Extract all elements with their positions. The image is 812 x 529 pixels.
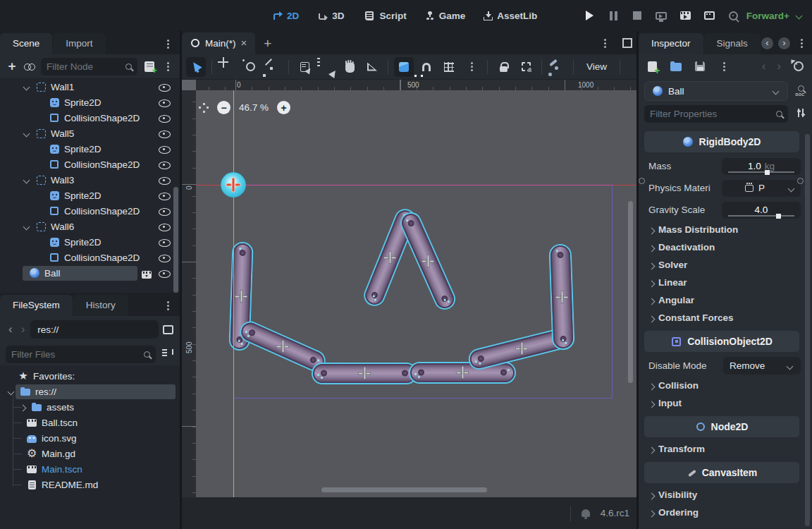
save-resource-button[interactable] — [694, 60, 706, 73]
mass-slider[interactable] — [728, 171, 794, 173]
filter-files-field[interactable] — [6, 346, 156, 363]
canvas-hscrollbar[interactable] — [321, 487, 487, 492]
chevron-down-icon[interactable] — [21, 175, 31, 185]
move-tool-button[interactable] — [218, 57, 238, 77]
visibility-eye-icon[interactable] — [158, 205, 171, 218]
property-group[interactable]: Constant Forces — [639, 309, 804, 327]
tab-game[interactable]: Game — [419, 11, 472, 21]
zoom-level[interactable]: 46.7 % — [239, 102, 269, 113]
property-group[interactable]: Linear — [639, 274, 804, 291]
property-group[interactable]: Angular — [639, 291, 804, 309]
disable-mode-dropdown[interactable]: Remove — [723, 357, 801, 375]
instance-scene-button[interactable] — [24, 61, 35, 72]
category-node2d[interactable]: Node2D — [644, 416, 799, 437]
path-field[interactable]: res:// — [30, 320, 159, 339]
remote-debug-button[interactable] — [653, 8, 669, 23]
ball-node[interactable] — [221, 172, 246, 197]
property-group[interactable]: Texture — [639, 521, 804, 526]
grid-snap-button[interactable] — [439, 57, 459, 77]
scene-tree-row[interactable]: CollisionShape2D — [0, 110, 180, 126]
scene-tree-row[interactable]: Wall6 — [0, 219, 180, 234]
tab-import[interactable]: Import — [53, 33, 105, 54]
pivot-tool-button[interactable] — [317, 57, 337, 77]
scene-tree-row[interactable]: Sprite2D — [0, 95, 180, 110]
back-button[interactable]: ‹ — [6, 322, 16, 336]
property-group[interactable]: Solver — [639, 256, 804, 274]
file-tree-row[interactable]: icon.svg — [0, 430, 180, 446]
physics-material-picker[interactable]: P — [722, 180, 801, 197]
2d-viewport[interactable]: 0 500 1000 0 500 − 46.7 % + — [182, 80, 636, 497]
property-group[interactable]: Mass Distribution — [639, 221, 804, 238]
tab-filesystem[interactable]: FileSystem — [0, 295, 73, 316]
chevron-icon[interactable] — [17, 402, 27, 412]
mass-value-field[interactable]: 1.0kg — [722, 158, 801, 175]
movie-maker-button[interactable] — [725, 8, 741, 23]
visibility-eye-icon[interactable] — [158, 81, 171, 94]
scene-tabs-menu-button[interactable] — [598, 37, 611, 49]
file-tree-row[interactable]: res:// — [0, 384, 180, 399]
file-tree-row[interactable]: Favorites: — [0, 368, 180, 384]
dock-menu-button[interactable] — [161, 37, 174, 50]
open-scene-icon[interactable] — [140, 268, 153, 281]
prev-tab-button[interactable]: ‹ — [761, 37, 773, 49]
file-tree-row[interactable]: README.md — [0, 477, 180, 492]
inspector-scrollbar[interactable] — [805, 134, 810, 526]
filter-node-input[interactable] — [47, 61, 121, 72]
slider-handle[interactable] — [776, 214, 781, 219]
tab-3d[interactable]: 3D — [312, 11, 350, 21]
property-group[interactable]: Ordering — [639, 504, 804, 521]
rotate-tool-button[interactable] — [240, 57, 260, 77]
play-button[interactable] — [582, 8, 597, 23]
file-tree-row[interactable]: Ball.tscn — [0, 415, 180, 430]
visibility-eye-icon[interactable] — [158, 221, 171, 233]
file-tree-row[interactable]: Main.gd — [0, 446, 180, 461]
toggle-split-mode-button[interactable] — [161, 323, 174, 336]
scale-tool-button[interactable] — [263, 57, 283, 77]
tab-inspector[interactable]: Inspector — [639, 33, 703, 54]
scene-tree-row[interactable]: CollisionShape2D — [0, 157, 180, 172]
visibility-eye-icon[interactable] — [158, 190, 171, 202]
chevron-down-icon[interactable] — [21, 82, 31, 92]
notifications-bell-icon[interactable] — [579, 507, 592, 520]
edit-prev-button[interactable]: ‹ — [762, 59, 766, 73]
tab-scene[interactable]: Scene — [0, 33, 52, 54]
scene-tree-row[interactable]: Wall5 — [0, 126, 180, 141]
center-view-icon[interactable] — [199, 103, 209, 113]
file-tree-row[interactable]: assets — [0, 399, 180, 415]
add-node-button[interactable]: + — [6, 60, 18, 73]
chevron-icon[interactable] — [6, 387, 16, 396]
file-tree-row[interactable]: Main.tscn — [0, 461, 180, 477]
scene-tree-row[interactable]: Sprite2D — [0, 188, 180, 203]
visibility-eye-icon[interactable] — [158, 112, 171, 125]
zoom-out-button[interactable]: − — [217, 101, 230, 114]
visibility-eye-icon[interactable] — [158, 267, 171, 280]
category-canvasitem[interactable]: CanvasItem — [644, 462, 799, 483]
play-scene-button[interactable] — [677, 8, 693, 23]
skeleton-options-button[interactable] — [548, 57, 567, 77]
visibility-eye-icon[interactable] — [158, 128, 171, 140]
scene-tree-row[interactable]: Sprite2D — [0, 141, 180, 157]
canvas-vscrollbar[interactable] — [628, 201, 633, 383]
filter-node-field[interactable] — [41, 58, 137, 75]
chevron-down-icon[interactable] — [21, 128, 31, 138]
scene-tree-menu-button[interactable] — [161, 60, 174, 73]
property-group[interactable]: Deactivation — [639, 238, 804, 256]
close-icon[interactable]: × — [241, 39, 247, 47]
scene-tree-row[interactable]: CollisionShape2D — [0, 203, 180, 219]
scene-tree-row[interactable]: Ball — [0, 265, 180, 281]
edit-next-button[interactable]: › — [777, 59, 781, 73]
ruler-tool-button[interactable] — [362, 57, 382, 77]
scene-tab-main[interactable]: Main(*) × — [182, 32, 255, 54]
visibility-eye-icon[interactable] — [158, 236, 171, 249]
gravity-scale-field[interactable]: 4.0 — [722, 202, 801, 219]
visibility-eye-icon[interactable] — [158, 143, 171, 156]
property-group[interactable]: Visibility — [639, 486, 804, 504]
property-group[interactable]: Input — [639, 394, 804, 412]
open-docs-button[interactable]: DOC — [794, 85, 806, 97]
gravity-slider[interactable] — [728, 215, 794, 217]
snap-options-button[interactable] — [462, 57, 481, 77]
visibility-eye-icon[interactable] — [158, 97, 171, 109]
property-group[interactable]: Transform — [639, 440, 804, 458]
wall-capsule[interactable] — [410, 363, 515, 382]
wall-capsule[interactable] — [550, 245, 573, 349]
